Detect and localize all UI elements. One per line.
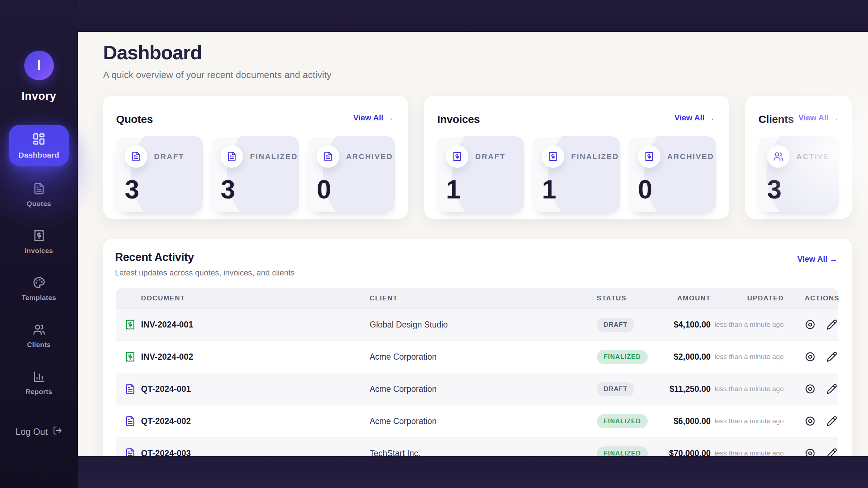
stat-label: FINALIZED	[571, 152, 619, 161]
sidebar-item-invoices[interactable]: Invoices	[9, 224, 69, 260]
amount-value: $6,000.00	[658, 416, 711, 426]
amount-value: $11,250.00	[658, 384, 711, 394]
table-row[interactable]: QT-2024-003 TechStart Inc. FINALIZED $70…	[116, 437, 838, 456]
stat-label: ARCHIVED	[346, 152, 393, 161]
amount-value: $4,100.00	[658, 320, 711, 330]
document-id: INV-2024-001	[141, 320, 370, 330]
client-name: Acme Corporation	[370, 352, 597, 362]
edit-button[interactable]	[826, 351, 837, 362]
column-header-status: STATUS	[597, 294, 658, 302]
sidebar-item-templates[interactable]: Templates	[9, 271, 69, 307]
eye-icon	[805, 358, 816, 363]
stat-value: 1	[446, 176, 524, 202]
stat-value: 1	[542, 176, 620, 202]
invoices-stat-tiles: DRAFT 1 FINALIZED 1	[424, 125, 729, 212]
sidebar-item-dashboard[interactable]: Dashboard	[9, 125, 69, 166]
stat-value: 3	[221, 176, 299, 202]
recent-activity-subtitle: Latest updates across quotes, invoices, …	[115, 268, 838, 278]
sidebar-nav: Dashboard Quotes Invoices Templates Clie…	[0, 125, 78, 401]
pencil-icon	[826, 326, 837, 331]
updated-timestamp: less than a minute ago	[711, 352, 784, 361]
client-name: Acme Corporation	[370, 416, 597, 426]
column-header-document: DOCUMENT	[125, 294, 370, 302]
brand-name: Invory	[21, 90, 56, 103]
updated-timestamp: less than a minute ago	[711, 384, 784, 394]
document-id: QT-2024-001	[141, 384, 370, 394]
document-id: QT-2024-003	[141, 449, 370, 457]
table-row[interactable]: INV-2024-001 Global Design Studio DRAFT …	[116, 308, 838, 341]
sidebar: I Invory Dashboard Quotes Invoices Templ	[0, 0, 78, 488]
client-name: TechStart Inc.	[370, 449, 597, 457]
stat-value: 0	[638, 176, 716, 202]
sidebar-item-label: Reports	[26, 388, 52, 396]
page-subtitle: A quick overview of your recent document…	[103, 69, 868, 81]
stat-label: DRAFT	[154, 152, 184, 161]
row-actions	[784, 416, 838, 427]
eye-icon	[805, 454, 816, 456]
document-type-icon	[125, 384, 141, 394]
table-row[interactable]: INV-2024-002 Acme Corporation FINALIZED …	[116, 341, 838, 373]
sidebar-item-quotes[interactable]: Quotes	[9, 177, 69, 213]
sidebar-item-clients[interactable]: Clients	[9, 318, 69, 354]
page-title: Dashboard	[103, 41, 868, 64]
pencil-icon	[826, 422, 837, 428]
recent-activity-card: Recent Activity Latest updates across qu…	[103, 239, 852, 456]
stat-label: ARCHIVED	[667, 152, 714, 161]
table-row[interactable]: QT-2024-001 Acme Corporation DRAFT $11,2…	[116, 373, 838, 405]
updated-timestamp: less than a minute ago	[711, 416, 784, 426]
users-icon	[767, 145, 790, 168]
amount-value: $70,000.00	[658, 449, 711, 457]
clients-view-all-link[interactable]: View All →	[799, 113, 839, 123]
main-content: Dashboard A quick overview of your recen…	[78, 32, 868, 456]
file-text-icon	[221, 145, 243, 168]
users-icon	[33, 324, 45, 337]
logout-button[interactable]: Log Out	[0, 426, 78, 437]
edit-button[interactable]	[826, 319, 837, 330]
status-badge: DRAFT	[597, 318, 634, 332]
stat-value: 0	[317, 176, 395, 202]
stat-tile: ACTIVE 3	[758, 136, 839, 212]
stat-tile: DRAFT 1	[437, 136, 524, 212]
layout-dashboard-icon	[32, 132, 46, 147]
edit-button[interactable]	[826, 384, 837, 394]
activity-view-all-link[interactable]: View All →	[797, 254, 838, 264]
view-button[interactable]	[805, 416, 816, 427]
receipt-icon	[33, 230, 45, 243]
stat-value: 3	[125, 176, 203, 202]
invoices-card: Invoices View All → DRAFT 1	[424, 96, 729, 219]
invoices-card-title: Invoices	[437, 113, 480, 125]
document-type-icon	[125, 319, 141, 330]
sidebar-item-reports[interactable]: Reports	[9, 365, 69, 401]
activity-table-header: DOCUMENT CLIENT STATUS AMOUNT UPDATED AC…	[116, 288, 838, 308]
row-actions	[784, 319, 838, 330]
stat-tile: DRAFT 3	[116, 136, 203, 212]
edit-button[interactable]	[826, 448, 837, 456]
quotes-view-all-link[interactable]: View All →	[353, 113, 393, 123]
sidebar-item-label: Clients	[27, 341, 51, 349]
summary-cards-row: Quotes View All → DRAFT 3	[103, 96, 852, 219]
logout-label: Log Out	[16, 427, 48, 437]
table-row[interactable]: QT-2024-002 Acme Corporation FINALIZED $…	[116, 405, 838, 437]
receipt-icon	[542, 145, 564, 168]
recent-activity-title: Recent Activity	[115, 251, 838, 264]
receipt-icon	[446, 145, 468, 168]
updated-timestamp: less than a minute ago	[711, 320, 784, 329]
stat-tile: ARCHIVED 0	[308, 136, 395, 212]
column-header-actions: ACTIONS	[784, 294, 839, 302]
stat-tile: FINALIZED 1	[533, 136, 620, 212]
stat-label: DRAFT	[475, 152, 506, 161]
row-actions	[784, 384, 838, 394]
edit-button[interactable]	[826, 416, 837, 427]
view-button[interactable]	[805, 384, 816, 394]
invoices-view-all-link[interactable]: View All →	[675, 113, 715, 123]
logout-icon	[53, 426, 62, 437]
view-button[interactable]	[805, 448, 816, 456]
client-name: Acme Corporation	[370, 384, 597, 394]
view-button[interactable]	[805, 351, 816, 362]
quotes-stat-tiles: DRAFT 3 FINALIZED 3	[103, 125, 408, 212]
document-id: QT-2024-002	[141, 416, 370, 426]
sidebar-item-label: Invoices	[25, 247, 53, 255]
clients-card-title: Clients	[758, 113, 794, 125]
view-button[interactable]	[805, 319, 816, 330]
stat-label: FINALIZED	[250, 152, 298, 161]
